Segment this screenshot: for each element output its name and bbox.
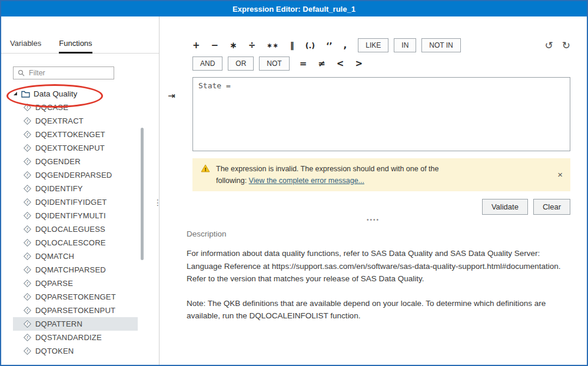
expand-caret-icon[interactable] <box>13 91 18 96</box>
warning-message-wrap: The expression is invalid. The expressio… <box>216 163 470 187</box>
window-title: Expression Editor: Default_rule_1 <box>232 5 356 14</box>
tree-item-label: DQPARSETOKENGET <box>35 292 116 301</box>
function-icon: f <box>24 334 31 341</box>
function-icon: f <box>24 293 31 301</box>
tree-item-dqparsetokenget[interactable]: fDQPARSETOKENGET <box>13 290 138 304</box>
svg-text:!: ! <box>205 167 207 172</box>
operator-comma[interactable]: , <box>344 40 347 51</box>
editor-panel: +−∗÷∗∗‖(.)‘’, LIKEINNOT IN ↺ ↻ ANDORNOT … <box>160 16 587 365</box>
tree-item-dqidentifymulti[interactable]: fDQIDENTIFYMULTI <box>13 209 138 222</box>
validate-button[interactable]: Validate <box>482 199 528 215</box>
tree-item-label: DQPARSE <box>35 279 73 288</box>
left-panel: Variables Functions Data Quality <box>1 16 160 365</box>
tree-scrollbar[interactable] <box>141 128 144 260</box>
operator-not-in-button[interactable]: NOT IN <box>421 38 460 52</box>
tree-item-dqlocaleguess[interactable]: fDQLOCALEGUESS <box>13 222 138 236</box>
operator-power[interactable]: ∗∗ <box>267 42 278 49</box>
tree-item-dqexttokenget[interactable]: fDQEXTTOKENGET <box>13 128 138 141</box>
tree-item-dqstandardize[interactable]: fDQSTANDARDIZE <box>13 331 138 344</box>
expression-input[interactable]: State = <box>192 77 570 151</box>
horizontal-splitter-handle[interactable]: •••• <box>160 218 587 222</box>
tree-item-dqmatch[interactable]: fDQMATCH <box>13 249 138 263</box>
folder-icon <box>21 90 30 98</box>
operator-multiply[interactable]: ∗ <box>230 40 237 51</box>
function-icon: f <box>24 307 31 314</box>
operator-row-2: ANDORNOT =≠<> <box>192 56 570 71</box>
tree-item-dqlocalescore[interactable]: fDQLOCALESCORE <box>13 236 138 249</box>
error-details-link[interactable]: View the complete error message... <box>249 177 364 185</box>
tree-item-label: DQEXTTOKENPUT <box>35 144 105 152</box>
tree-item-dqtoken[interactable]: fDQTOKEN <box>13 344 138 358</box>
operator-greater-than[interactable]: > <box>355 58 363 69</box>
tree-item-label: DQCASE <box>35 103 68 112</box>
tree-item-label: DQMATCHPARSED <box>35 265 106 274</box>
operator-or-button[interactable]: OR <box>228 56 254 71</box>
description-section: Description For information about data q… <box>187 229 563 322</box>
operator-add[interactable]: + <box>192 40 200 51</box>
operator-equals[interactable]: = <box>300 58 307 69</box>
operator-divide[interactable]: ÷ <box>248 40 256 51</box>
tab-functions[interactable]: Functions <box>59 39 92 54</box>
warning-close-icon[interactable]: × <box>557 168 563 182</box>
panel-splitter-handle[interactable]: ⋮ <box>154 200 162 205</box>
description-paragraph-2: Note: The QKB definitions that are avail… <box>187 297 563 322</box>
function-icon: f <box>24 266 31 274</box>
clear-button[interactable]: Clear <box>533 199 570 215</box>
operator-group-comparison: =≠<> <box>300 58 374 69</box>
function-icon: f <box>24 158 31 165</box>
tree-item-dqextract[interactable]: fDQEXTRACT <box>13 114 138 128</box>
tree-item-dqgenderparsed[interactable]: fDQGENDERPARSED <box>13 168 138 182</box>
expression-editor-window: Expression Editor: Default_rule_1 Variab… <box>0 0 588 366</box>
search-icon <box>18 69 25 76</box>
operator-like-button[interactable]: LIKE <box>358 38 388 52</box>
function-icon: f <box>24 320 31 328</box>
tree-item-label: DQMATCH <box>35 252 74 261</box>
operator-not-equals[interactable]: ≠ <box>318 58 325 69</box>
function-icon: f <box>24 225 31 233</box>
operator-group-keywords-1: LIKEINNOT IN <box>358 38 466 52</box>
description-heading: Description <box>187 229 563 238</box>
operator-quotes[interactable]: ‘’ <box>326 41 333 50</box>
function-icon: f <box>24 117 31 125</box>
operator-group-arithmetic: +−∗÷∗∗‖(.)‘’, <box>192 40 358 51</box>
validation-warning-banner: ! The expression is invalid. The express… <box>192 158 570 191</box>
operator-parentheses[interactable]: (.) <box>305 41 315 50</box>
operator-not-button[interactable]: NOT <box>259 56 289 71</box>
tree-item-list: fDQCASEfDQEXTRACTfDQEXTTOKENGETfDQEXTTOK… <box>1 101 159 358</box>
function-icon: f <box>24 239 31 247</box>
tree-item-dqcase[interactable]: fDQCASE <box>13 101 138 114</box>
tree-item-label: DQTOKEN <box>35 347 74 355</box>
operator-subtract[interactable]: − <box>211 40 219 51</box>
function-icon: f <box>24 212 31 219</box>
tree-item-label: DQPATTERN <box>35 320 82 328</box>
operator-row-1: +−∗÷∗∗‖(.)‘’, LIKEINNOT IN ↺ ↻ <box>192 38 570 53</box>
operator-in-button[interactable]: IN <box>394 38 416 52</box>
function-icon: f <box>24 347 31 355</box>
operator-less-than[interactable]: < <box>337 58 344 69</box>
tree-item-dqidentify[interactable]: fDQIDENTIFY <box>13 182 138 195</box>
operator-concatenate[interactable]: ‖ <box>290 41 294 50</box>
tree-folder-data-quality[interactable]: Data Quality <box>1 86 159 101</box>
tree-item-dqidentifyidget[interactable]: fDQIDENTIFYIDGET <box>13 195 138 209</box>
redo-icon[interactable]: ↻ <box>562 39 570 52</box>
tree-item-dqparsetokenput[interactable]: fDQPARSETOKENPUT <box>13 304 138 317</box>
collapse-panel-icon[interactable]: ⇥ <box>168 91 175 101</box>
undo-icon[interactable]: ↺ <box>545 39 553 52</box>
function-tree: Data Quality fDQCASEfDQEXTRACTfDQEXTTOKE… <box>1 86 159 358</box>
tab-bar: Variables Functions <box>1 39 159 54</box>
tab-variables[interactable]: Variables <box>10 39 41 53</box>
tree-item-dqmatchparsed[interactable]: fDQMATCHPARSED <box>13 263 138 277</box>
tree-item-label: DQEXTRACT <box>35 117 84 125</box>
filter-input[interactable] <box>28 68 109 78</box>
tree-item-dqgender[interactable]: fDQGENDER <box>13 155 138 168</box>
tree-item-label: DQPARSETOKENPUT <box>35 306 115 315</box>
tree-item-dqpattern[interactable]: fDQPATTERN <box>13 317 138 331</box>
tree-item-label: DQIDENTIFYIDGET <box>35 198 107 207</box>
function-icon: f <box>24 171 31 179</box>
operator-and-button[interactable]: AND <box>192 56 222 71</box>
tree-item-dqexttokenput[interactable]: fDQEXTTOKENPUT <box>13 141 138 155</box>
content-area: Variables Functions Data Quality <box>1 16 587 365</box>
tree-item-label: DQGENDER <box>35 157 81 166</box>
operator-group-logical: ANDORNOT <box>192 56 295 71</box>
tree-item-dqparse[interactable]: fDQPARSE <box>13 277 138 290</box>
